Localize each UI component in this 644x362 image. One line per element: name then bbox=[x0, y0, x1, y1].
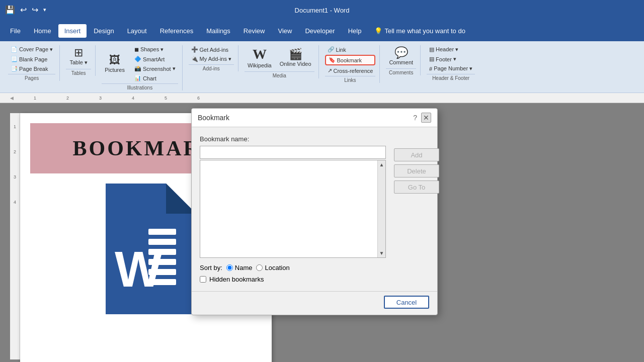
chart-icon: 📊 bbox=[134, 75, 141, 81]
get-addins-button[interactable]: ➕ Get Add-ins bbox=[189, 45, 234, 54]
my-addins-icon: 🔌 bbox=[191, 56, 198, 62]
ribbon-group-media: W Wikipedia 🎬 Online Video Media bbox=[240, 45, 318, 78]
menu-view[interactable]: View bbox=[272, 24, 298, 38]
tables-items: ⊞ Table ▾ bbox=[66, 45, 91, 68]
sort-location-radio[interactable] bbox=[256, 264, 263, 271]
menu-home[interactable]: Home bbox=[28, 24, 57, 38]
wikipedia-button[interactable]: W Wikipedia bbox=[245, 45, 275, 70]
blank-page-icon: 📃 bbox=[11, 56, 18, 62]
menu-references[interactable]: References bbox=[154, 24, 199, 38]
get-addins-icon: ➕ bbox=[191, 46, 198, 53]
link-button[interactable]: 🔗 Link bbox=[325, 45, 376, 54]
sort-name-radio[interactable] bbox=[226, 264, 233, 271]
dialog-main-row: Bookmark name: ▲ ▼ Add Delete Go To bbox=[200, 135, 429, 258]
online-video-button[interactable]: 🎬 Online Video bbox=[277, 47, 314, 69]
ruler-left-margin: ◀ bbox=[10, 96, 14, 101]
footer-button[interactable]: ▤ Footer ▾ bbox=[427, 55, 475, 63]
dialog-close-button[interactable]: ✕ bbox=[421, 113, 431, 123]
ribbon-content: 📄 Cover Page ▾ 📃 Blank Page 📑 Page Break… bbox=[0, 43, 644, 93]
dialog-help-button[interactable]: ? bbox=[413, 114, 417, 122]
hidden-bookmarks-checkbox[interactable] bbox=[200, 276, 206, 283]
ribbon: 📄 Cover Page ▾ 📃 Blank Page 📑 Page Break… bbox=[0, 41, 644, 93]
blank-page-button[interactable]: 📃 Blank Page bbox=[8, 55, 55, 63]
save-button[interactable]: 💾 bbox=[4, 4, 16, 16]
smartart-button[interactable]: 🔷 SmartArt bbox=[132, 55, 178, 63]
comment-icon: 💬 bbox=[394, 47, 408, 58]
cover-page-button[interactable]: 📄 Cover Page ▾ bbox=[8, 45, 55, 54]
illustrations-items: 🖼 Pictures ◼ Shapes ▾ 🔷 SmartArt 📸 Scree… bbox=[102, 45, 178, 82]
addins-label: Add-ins bbox=[189, 64, 234, 71]
hidden-bookmarks-label: Hidden bookmarks bbox=[209, 276, 264, 283]
online-video-icon: 🎬 bbox=[289, 49, 302, 60]
menu-mailings[interactable]: Mailings bbox=[200, 24, 236, 38]
sort-location-label: Location bbox=[265, 264, 289, 272]
dialog-left: Bookmark name: ▲ ▼ bbox=[200, 135, 386, 258]
tell-me-icon[interactable]: 💡 Tell me what you want to do bbox=[368, 24, 471, 38]
media-items: W Wikipedia 🎬 Online Video bbox=[245, 45, 314, 70]
goto-button[interactable]: Go To bbox=[394, 180, 439, 194]
lightbulb-icon: 💡 bbox=[374, 27, 382, 35]
cancel-button[interactable]: Cancel bbox=[384, 296, 429, 309]
sort-name-option[interactable]: Name bbox=[226, 264, 253, 272]
page-number-button[interactable]: # Page Number ▾ bbox=[427, 64, 475, 73]
screenshot-button[interactable]: 📸 Screenshot ▾ bbox=[132, 64, 178, 73]
smartart-icon: 🔷 bbox=[134, 56, 141, 62]
title-bar: 💾 ↩ ↪ ▾ Document1 - Word bbox=[0, 0, 644, 20]
bookmark-name-label: Bookmark name: bbox=[200, 135, 386, 143]
tables-label: Tables bbox=[66, 69, 91, 76]
ribbon-group-addins: ➕ Get Add-ins 🔌 My Add-ins ▾ Add-ins bbox=[185, 45, 238, 71]
bookmark-name-input[interactable] bbox=[200, 146, 386, 159]
my-addins-button[interactable]: 🔌 My Add-ins ▾ bbox=[189, 55, 234, 63]
sort-name-label: Name bbox=[235, 264, 253, 272]
pictures-button[interactable]: 🖼 Pictures bbox=[102, 53, 128, 75]
page-number-icon: # bbox=[429, 66, 432, 72]
redo-button[interactable]: ↪ bbox=[31, 4, 39, 16]
undo-button[interactable]: ↩ bbox=[19, 4, 28, 16]
illustrations-label: Illustrations bbox=[102, 83, 178, 90]
ribbon-group-illustrations: 🖼 Pictures ◼ Shapes ▾ 🔷 SmartArt 📸 Scree… bbox=[98, 45, 182, 90]
menu-developer[interactable]: Developer bbox=[299, 24, 341, 38]
ribbon-group-comments: 💬 Comment Comments bbox=[382, 45, 421, 75]
cross-reference-icon: ↗ bbox=[328, 67, 332, 74]
dialog-controls: ? ✕ bbox=[413, 113, 431, 123]
comments-items: 💬 Comment bbox=[386, 45, 416, 67]
menu-file[interactable]: File bbox=[4, 24, 27, 38]
scroll-down-arrow[interactable]: ▼ bbox=[378, 249, 386, 257]
quick-access-toolbar: 💾 ↩ ↪ ▾ bbox=[4, 4, 47, 16]
screenshot-icon: 📸 bbox=[134, 65, 141, 72]
list-scrollbar[interactable]: ▲ ▼ bbox=[377, 160, 385, 257]
header-button[interactable]: ▤ Header ▾ bbox=[427, 45, 475, 54]
ribbon-group-header-footer: ▤ Header ▾ ▤ Footer ▾ # Page Number ▾ He… bbox=[423, 45, 479, 81]
chart-button[interactable]: 📊 Chart bbox=[132, 74, 178, 82]
menu-help[interactable]: Help bbox=[342, 24, 368, 38]
quick-access-more[interactable]: ▾ bbox=[42, 6, 47, 14]
ribbon-group-tables: ⊞ Table ▾ Tables bbox=[62, 45, 96, 76]
bookmark-button[interactable]: 🔖 Bookmark bbox=[325, 55, 376, 65]
svg-rect-3 bbox=[148, 229, 176, 235]
links-items: 🔗 Link 🔖 Bookmark ↗ Cross-reference bbox=[325, 45, 376, 75]
header-footer-items: ▤ Header ▾ ▤ Footer ▾ # Page Number ▾ bbox=[427, 45, 475, 73]
sort-location-option[interactable]: Location bbox=[256, 264, 289, 272]
table-icon: ⊞ bbox=[74, 47, 83, 58]
svg-text:W: W bbox=[115, 241, 163, 297]
bookmark-dialog: Bookmark ? ✕ Bookmark name: ▲ ▼ bbox=[191, 108, 438, 315]
menu-design[interactable]: Design bbox=[88, 24, 120, 38]
wikipedia-icon: W bbox=[253, 47, 267, 61]
menu-insert[interactable]: Insert bbox=[58, 24, 87, 38]
delete-button[interactable]: Delete bbox=[394, 164, 439, 177]
dialog-footer: Cancel bbox=[192, 291, 437, 315]
shapes-button[interactable]: ◼ Shapes ▾ bbox=[132, 45, 178, 54]
horizontal-ruler: ◀ 1 2 3 4 5 6 bbox=[0, 93, 644, 103]
menu-review[interactable]: Review bbox=[237, 24, 271, 38]
scroll-up-arrow[interactable]: ▲ bbox=[378, 160, 386, 169]
page-break-button[interactable]: 📑 Page Break bbox=[8, 64, 55, 73]
menu-layout[interactable]: Layout bbox=[121, 24, 153, 38]
hidden-bookmarks-row[interactable]: Hidden bookmarks bbox=[200, 276, 429, 283]
link-icon: 🔗 bbox=[328, 46, 335, 53]
table-button[interactable]: ⊞ Table ▾ bbox=[66, 45, 91, 68]
ribbon-group-links: 🔗 Link 🔖 Bookmark ↗ Cross-reference Link… bbox=[321, 45, 380, 83]
add-button[interactable]: Add bbox=[394, 148, 439, 161]
cross-reference-button[interactable]: ↗ Cross-reference bbox=[325, 66, 376, 75]
comment-button[interactable]: 💬 Comment bbox=[386, 45, 416, 67]
ribbon-group-pages: 📄 Cover Page ▾ 📃 Blank Page 📑 Page Break… bbox=[4, 45, 60, 81]
